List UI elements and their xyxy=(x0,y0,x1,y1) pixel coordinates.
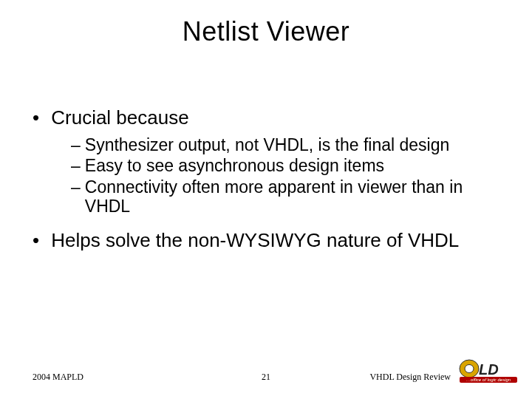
footer-page-number: 21 xyxy=(0,372,532,383)
sub-item: – Synthesizer output, not VHDL, is the f… xyxy=(71,135,502,154)
footer: 2004 MAPLD 21 VHDL Design Review LD …off… xyxy=(0,364,532,386)
sub-item-text: Synthesizer output, not VHDL, is the fin… xyxy=(85,135,502,154)
bullet-2: • Helps solve the non-WYSIWYG nature of … xyxy=(33,230,502,252)
slide-body: • Crucial because – Synthesizer output, … xyxy=(33,107,502,258)
logo-tagline: …office of logic design xyxy=(466,378,511,382)
slide-title: Netlist Viewer xyxy=(0,0,532,47)
dash-icon: – xyxy=(71,177,85,216)
sub-item-text: Easy to see asynchronous design items xyxy=(85,156,502,175)
bullet-1-text: Crucial because xyxy=(51,107,491,129)
logo-icon: LD …office of logic design xyxy=(458,358,519,383)
sub-item: – Connectivity often more apparent in vi… xyxy=(71,177,502,216)
dash-icon: – xyxy=(71,135,85,154)
sub-item: – Easy to see asynchronous design items xyxy=(71,156,502,175)
footer-right: VHDL Design Review xyxy=(369,372,451,383)
sub-item-text: Connectivity often more apparent in view… xyxy=(85,177,502,216)
bullet-1: • Crucial because xyxy=(33,107,502,129)
old-logo: LD …office of logic design xyxy=(458,358,519,386)
bullet-2-text: Helps solve the non-WYSIWYG nature of VH… xyxy=(51,230,491,252)
slide: Netlist Viewer • Crucial because – Synth… xyxy=(0,0,532,399)
svg-text:LD: LD xyxy=(479,361,499,378)
bullet-1-subs: – Synthesizer output, not VHDL, is the f… xyxy=(71,135,502,216)
bullet-dot-icon: • xyxy=(33,107,46,129)
bullet-dot-icon: • xyxy=(33,230,46,252)
svg-point-1 xyxy=(465,365,474,373)
dash-icon: – xyxy=(71,156,85,175)
